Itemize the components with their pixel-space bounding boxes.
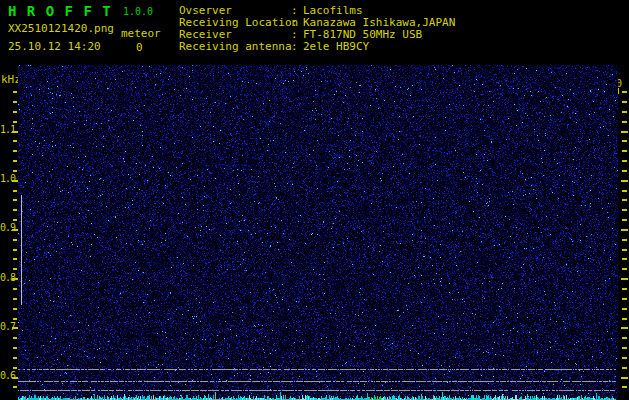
- meteor-count: 0: [136, 41, 143, 54]
- freq-tick-left: [13, 357, 17, 359]
- freq-tick-right: [622, 357, 627, 359]
- freq-tick-left: [13, 258, 17, 260]
- freq-tick-label: 0.9: [0, 222, 14, 233]
- freq-tick-label: 1.1: [0, 124, 14, 135]
- freq-tick-left: [13, 386, 17, 388]
- freq-tick-left: [13, 219, 17, 221]
- freq-tick-right: [622, 219, 627, 221]
- spectrogram-plot: [18, 65, 618, 400]
- freq-tick-right: [622, 239, 627, 241]
- freq-tick-right: [622, 367, 627, 369]
- freq-tick-right: [622, 347, 627, 349]
- freq-tick-left: [13, 190, 17, 192]
- freq-tick-right: [622, 111, 627, 113]
- freq-tick-right: [622, 150, 627, 152]
- freq-tick-left: [13, 268, 17, 270]
- freq-tick-left: [13, 170, 17, 172]
- freq-tick-right: [622, 258, 627, 260]
- freq-tick-right: [622, 288, 627, 290]
- freq-tick-right: [622, 101, 627, 103]
- freq-tick-right: [621, 377, 628, 379]
- freq-tick-left: [13, 347, 17, 349]
- freq-tick-right: [622, 91, 627, 93]
- freq-tick-left: [13, 140, 17, 142]
- freq-tick-right: [622, 298, 627, 300]
- freq-tick-left: [13, 288, 17, 290]
- freq-tick-right: [622, 170, 627, 172]
- freq-tick-right: [622, 386, 627, 388]
- freq-tick-right: [621, 229, 628, 231]
- freq-tick-left: [13, 239, 17, 241]
- freq-tick-right: [621, 180, 628, 182]
- hrofft-window: H R O F F T 1.0.0 XX2510121420.png meteo…: [0, 0, 629, 400]
- freq-tick-right: [622, 337, 627, 339]
- freq-tick-label: 0.6: [0, 370, 14, 381]
- station-info-row: Receiving antenna:2ele HB9CY: [179, 40, 369, 53]
- freq-tick-right: [621, 278, 628, 280]
- freq-tick-label: 1.0: [0, 173, 14, 184]
- observation-mode: meteor: [121, 27, 161, 40]
- station-info-label: Receiving antenna: [179, 40, 291, 53]
- freq-tick-left: [13, 101, 17, 103]
- station-info-value: 2ele HB9CY: [303, 40, 369, 53]
- freq-tick-right: [622, 121, 627, 123]
- freq-tick-right: [621, 327, 628, 329]
- freq-tick-left: [13, 209, 17, 211]
- freq-tick-right: [622, 160, 627, 162]
- output-filename: XX2510121420.png: [8, 22, 114, 35]
- freq-tick-left: [13, 318, 17, 320]
- freq-tick-right: [621, 131, 628, 133]
- freq-tick-left: [13, 111, 17, 113]
- station-info-separator: :: [291, 40, 303, 53]
- freq-tick-right: [622, 209, 627, 211]
- freq-tick-left: [13, 249, 17, 251]
- freq-tick-right: [622, 308, 627, 310]
- freq-tick-right: [622, 199, 627, 201]
- freq-tick-right: [622, 268, 627, 270]
- freq-tick-right: [622, 140, 627, 142]
- freq-tick-left: [13, 298, 17, 300]
- freq-tick-left: [13, 308, 17, 310]
- app-version: 1.0.0: [123, 6, 153, 17]
- freq-tick-left: [13, 367, 17, 369]
- datetime-label: 25.10.12 14:20: [8, 40, 101, 53]
- app-title: H R O F F T: [8, 3, 112, 19]
- freq-tick-left: [13, 91, 17, 93]
- freq-tick-right: [622, 249, 627, 251]
- freq-tick-left: [13, 160, 17, 162]
- freq-tick-left: [13, 121, 17, 123]
- freq-tick-right: [622, 190, 627, 192]
- freq-tick-right: [622, 318, 627, 320]
- freq-tick-left: [13, 199, 17, 201]
- freq-tick-left: [13, 150, 17, 152]
- freq-tick-left: [13, 337, 17, 339]
